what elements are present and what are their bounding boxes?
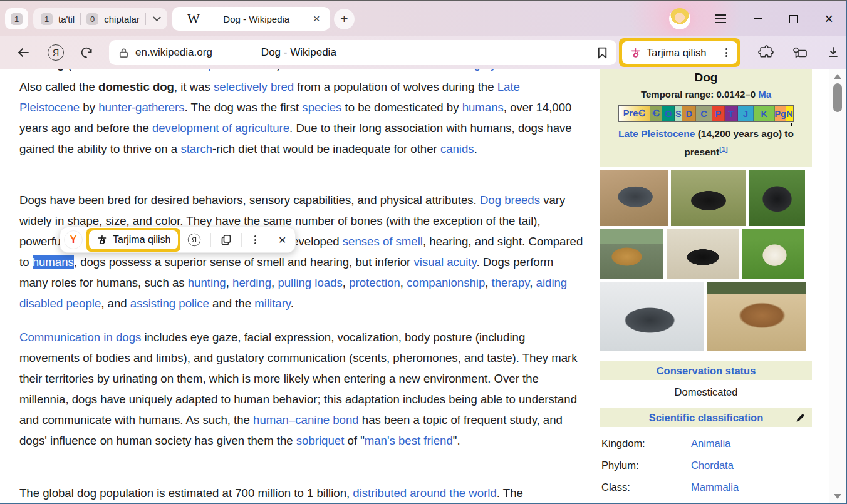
tab-group-pill[interactable]: 1 ta'til 0 chiptalar bbox=[33, 8, 167, 29]
tab-close-icon[interactable]: × bbox=[313, 12, 320, 26]
copy-icon[interactable] bbox=[217, 234, 235, 246]
reference-1-link[interactable]: [1] bbox=[719, 145, 727, 153]
timescale-segment[interactable]: D bbox=[682, 106, 696, 121]
wiki-link[interactable]: humans bbox=[462, 101, 504, 114]
dog-photo[interactable] bbox=[667, 229, 739, 279]
timescale-segment[interactable]: N bbox=[786, 106, 793, 121]
timescale-segment[interactable]: Ꞓ bbox=[650, 106, 663, 121]
dog-photo[interactable] bbox=[600, 282, 704, 351]
yandex-home-button[interactable]: Я bbox=[48, 44, 64, 61]
late-pleistocene-link[interactable]: Late Pleistocene bbox=[618, 128, 695, 139]
yandex-logo-icon[interactable]: Y bbox=[64, 230, 83, 249]
back-button[interactable] bbox=[13, 45, 34, 60]
scroll-up-arrow[interactable] bbox=[834, 74, 841, 79]
edit-pencil-icon[interactable] bbox=[796, 413, 806, 425]
dog-photo[interactable] bbox=[671, 170, 746, 226]
maximize-button[interactable] bbox=[789, 15, 798, 23]
wiki-link[interactable]: selectively bred bbox=[214, 80, 294, 93]
dog-photo[interactable] bbox=[600, 170, 668, 226]
wiki-link[interactable]: starch bbox=[180, 142, 212, 155]
wiki-link[interactable]: companionship bbox=[407, 276, 485, 289]
button-divider bbox=[714, 46, 714, 59]
translate-button[interactable]: Tarjima qilish bbox=[622, 41, 737, 64]
timescale-segment[interactable]: S bbox=[675, 106, 682, 121]
text-run: . bbox=[291, 297, 294, 310]
conservation-status-link[interactable]: Conservation status bbox=[657, 365, 756, 377]
reload-button[interactable] bbox=[79, 45, 94, 60]
timescale-segment[interactable]: C bbox=[696, 106, 712, 121]
search-in-yandex-icon[interactable]: Я bbox=[186, 234, 203, 246]
password-manager-icon[interactable] bbox=[791, 46, 808, 60]
profile-avatar[interactable] bbox=[669, 8, 690, 29]
timescale-segment[interactable]: T bbox=[725, 106, 738, 121]
chevron-down-icon[interactable] bbox=[153, 13, 161, 21]
wiki-link[interactable]: sobriquet bbox=[296, 434, 345, 447]
dog-photo[interactable] bbox=[600, 229, 663, 279]
timescale-segment[interactable]: PreꞒ bbox=[619, 106, 650, 121]
wiki-link[interactable]: assisting police bbox=[130, 297, 209, 310]
timescale-segment[interactable]: J bbox=[738, 106, 754, 121]
wiki-link[interactable]: Communication in dogs bbox=[19, 331, 141, 344]
wiki-link[interactable]: distributed around the world bbox=[353, 486, 496, 500]
wiki-link[interactable]: herding bbox=[232, 276, 271, 289]
ma-link[interactable]: Ma bbox=[758, 89, 771, 100]
tab-counter-pill[interactable]: 1 bbox=[5, 8, 28, 29]
text-run: , it was bbox=[174, 80, 214, 93]
popup-translate-button[interactable]: Tarjima qilish bbox=[89, 230, 178, 249]
wiki-link[interactable]: human–canine bond bbox=[253, 413, 359, 426]
wiki-link[interactable]: man's best friend bbox=[365, 434, 453, 447]
vertical-scrollbar[interactable] bbox=[829, 69, 846, 503]
wiki-link[interactable]: senses of smell bbox=[343, 235, 423, 248]
new-tab-button[interactable]: + bbox=[334, 9, 355, 29]
more-options-icon[interactable] bbox=[248, 235, 262, 244]
wiki-link[interactable]: Dog breeds bbox=[480, 193, 540, 207]
taxonomy-value-link[interactable]: Mammalia bbox=[691, 481, 739, 493]
dog-photo[interactable] bbox=[742, 229, 804, 279]
dog-photo[interactable] bbox=[749, 170, 805, 226]
group-label-1[interactable]: ta'til bbox=[58, 14, 75, 24]
taxonomy-value-link[interactable]: Animalia bbox=[691, 438, 730, 450]
wiki-link[interactable]: therapy bbox=[492, 276, 530, 289]
translate-a-icon bbox=[630, 47, 642, 59]
dog-photo[interactable] bbox=[707, 282, 806, 351]
wiki-link[interactable]: development of agriculture bbox=[152, 121, 289, 135]
wiki-link[interactable]: species bbox=[302, 101, 341, 114]
wiki-link[interactable]: gray wolf bbox=[474, 69, 521, 71]
timescale-segment[interactable]: O bbox=[662, 106, 675, 121]
taxonomy-value-link[interactable]: Chordata bbox=[691, 460, 734, 471]
text-run: , bbox=[485, 276, 491, 289]
close-popup-icon[interactable]: × bbox=[276, 232, 288, 247]
address-bar[interactable]: en.wikipedia.org Dog - Wikipedia bbox=[109, 40, 616, 65]
bookmark-icon[interactable] bbox=[597, 46, 608, 59]
translate-options-icon[interactable] bbox=[722, 48, 731, 57]
wiki-link[interactable]: hunting bbox=[188, 276, 226, 289]
timescale-segment[interactable]: Pg bbox=[775, 106, 786, 121]
downloads-icon[interactable] bbox=[826, 45, 841, 60]
close-window-button[interactable]: × bbox=[825, 11, 833, 28]
menu-icon[interactable] bbox=[715, 14, 726, 23]
wiki-link[interactable]: visual acuity bbox=[413, 255, 476, 269]
timescale-segment[interactable]: K bbox=[754, 106, 775, 121]
selection-toolbar-popup: Y Tarjima qilish Я × bbox=[60, 227, 296, 253]
extensions-icon[interactable] bbox=[758, 45, 774, 61]
wiki-link[interactable]: canids bbox=[440, 142, 474, 155]
scientific-classification-link[interactable]: Scientific classification bbox=[649, 412, 763, 424]
wiki-link[interactable]: protection bbox=[349, 276, 400, 289]
scrollbar-thumb[interactable] bbox=[833, 83, 842, 112]
wiki-link[interactable]: domesticated bbox=[306, 69, 375, 71]
scroll-down-arrow[interactable] bbox=[834, 494, 841, 499]
wiki-link[interactable]: hunter-gatherers bbox=[98, 101, 184, 114]
active-tab[interactable]: W Dog - Wikipedia × bbox=[172, 7, 330, 31]
minimize-button[interactable] bbox=[754, 18, 762, 19]
wiki-link[interactable]: Canis lupus familiaris bbox=[167, 69, 278, 71]
wiki-link[interactable]: pulling loads bbox=[278, 276, 342, 289]
tab-title: Dog - Wikipedia bbox=[200, 14, 313, 24]
wiki-link[interactable]: Canis familiaris bbox=[71, 69, 150, 71]
text-run: ". bbox=[453, 434, 460, 447]
group-label-2[interactable]: chiptalar bbox=[104, 14, 140, 24]
popup-translate-highlight-box: Tarjima qilish bbox=[86, 228, 180, 252]
timescale-segment[interactable]: P bbox=[712, 106, 725, 121]
url-host[interactable]: en.wikipedia.org bbox=[135, 46, 212, 59]
text-run: , bbox=[271, 276, 278, 289]
wiki-link[interactable]: military bbox=[254, 297, 291, 310]
